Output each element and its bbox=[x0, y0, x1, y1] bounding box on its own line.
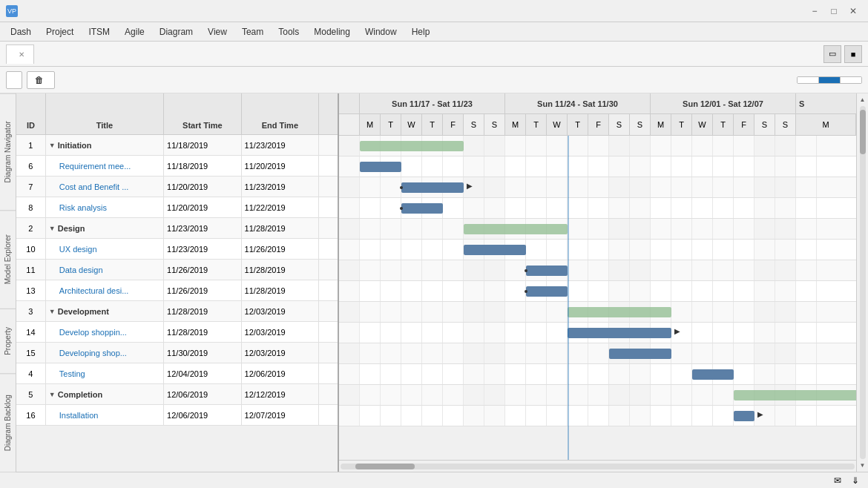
scroll-up-arrow[interactable]: ▲ bbox=[858, 95, 867, 105]
table-row[interactable]: 15Developing shop...11/30/201912/03/2019 bbox=[16, 343, 338, 363]
cell-id: 1 bbox=[16, 135, 46, 155]
gantt-bar[interactable]: ▶ bbox=[734, 411, 754, 421]
cell-title: Develop shoppin... bbox=[46, 322, 164, 342]
gantt-bar[interactable]: ▶ bbox=[401, 182, 464, 193]
month-view-button[interactable] bbox=[841, 77, 861, 83]
table-row[interactable]: 8Risk analysis11/20/201911/22/2019 bbox=[16, 197, 338, 218]
model-explorer-panel[interactable]: Model Explorer bbox=[0, 210, 16, 309]
day-row: M T W T F S S M T W T F S S M bbox=[339, 114, 856, 135]
tab-close-icon[interactable]: ✕ bbox=[19, 50, 24, 59]
cell-start: 11/18/2019 bbox=[164, 156, 242, 176]
menu-item-modeling[interactable]: Modeling bbox=[306, 24, 358, 39]
week-view-button[interactable] bbox=[819, 77, 841, 83]
gantt-bar[interactable] bbox=[526, 286, 568, 297]
week-4-label: S bbox=[796, 93, 856, 113]
v-scroll-thumb[interactable] bbox=[860, 110, 866, 154]
cell-end: 11/22/2019 bbox=[242, 197, 320, 217]
cell-title: ▼Design bbox=[46, 218, 164, 238]
menu-item-project[interactable]: Project bbox=[39, 24, 81, 39]
navigator-icon[interactable]: ▭ bbox=[823, 45, 841, 63]
gantt-bar[interactable] bbox=[401, 203, 443, 214]
table-row[interactable]: 3▼Development11/28/201912/03/2019 bbox=[16, 301, 338, 322]
add-task-button[interactable] bbox=[6, 71, 22, 89]
diagram-navigator-panel[interactable]: Diagram Navigator bbox=[0, 93, 16, 210]
menu-item-itsm[interactable]: ITSM bbox=[81, 24, 117, 39]
h-scrollbar[interactable] bbox=[339, 460, 856, 472]
menu-item-window[interactable]: Window bbox=[358, 24, 404, 39]
cell-id: 5 bbox=[16, 384, 46, 404]
week-3-label: Sun 12/01 - Sat 12/07 bbox=[651, 93, 796, 113]
cell-end: 11/28/2019 bbox=[242, 280, 320, 300]
table-row[interactable]: 11Data design11/26/201911/28/2019 bbox=[16, 260, 338, 280]
cell-id: 2 bbox=[16, 218, 46, 238]
email-icon[interactable]: ✉ bbox=[831, 474, 844, 487]
toolbar-left: 🗑 bbox=[6, 71, 55, 89]
table-row[interactable]: 5▼Completion12/06/201912/12/2019 bbox=[16, 384, 338, 405]
export-icon[interactable]: ⇓ bbox=[849, 474, 862, 487]
cell-id: 16 bbox=[16, 405, 46, 425]
diagram-backlog-panel[interactable]: Diagram Backlog bbox=[0, 373, 16, 472]
gantt-bar[interactable] bbox=[464, 245, 526, 255]
tab-bar: ✕ ▭ ■ bbox=[0, 42, 868, 67]
cell-title: Architectural desi... bbox=[46, 280, 164, 300]
menu-item-view[interactable]: View bbox=[200, 24, 234, 39]
v-scrollbar[interactable]: ▲ ▼ bbox=[856, 93, 868, 472]
gantt-bar[interactable] bbox=[526, 266, 568, 276]
close-button[interactable]: ✕ bbox=[844, 4, 862, 19]
v-scroll-track bbox=[860, 106, 866, 459]
menu-item-agile[interactable]: Agile bbox=[117, 24, 152, 39]
table-row[interactable]: 13Architectural desi...11/26/201911/28/2… bbox=[16, 280, 338, 301]
maximize-button[interactable]: □ bbox=[825, 4, 843, 19]
gantt-row bbox=[339, 219, 856, 240]
cell-id: 7 bbox=[16, 177, 46, 197]
menu-item-diagram[interactable]: Diagram bbox=[152, 24, 200, 39]
menu-item-help[interactable]: Help bbox=[404, 24, 438, 39]
gantt-row: ▶ bbox=[339, 406, 856, 426]
cell-id: 4 bbox=[16, 363, 46, 383]
h-scroll-track bbox=[341, 464, 855, 469]
day-th1: T bbox=[422, 114, 443, 135]
menu-item-tools[interactable]: Tools bbox=[271, 24, 306, 39]
table-row[interactable]: 10UX design11/23/201911/26/2019 bbox=[16, 239, 338, 260]
gantt-bar[interactable]: ▶ bbox=[568, 328, 671, 338]
day-t1: T bbox=[381, 114, 401, 135]
day-w3: W bbox=[692, 114, 713, 135]
cell-end: 11/23/2019 bbox=[242, 135, 320, 155]
scroll-down-arrow[interactable]: ▼ bbox=[858, 461, 867, 470]
table-row[interactable]: 16Installation12/06/201912/07/2019 bbox=[16, 405, 338, 426]
remove-task-button[interactable]: 🗑 bbox=[27, 71, 55, 89]
menu-item-team[interactable]: Team bbox=[234, 24, 271, 39]
tab-icons: ▭ ■ bbox=[823, 45, 862, 63]
cell-id: 14 bbox=[16, 322, 46, 342]
layout-icon[interactable]: ■ bbox=[844, 45, 862, 63]
table-row[interactable]: 6Requirement mee...11/18/201911/20/2019 bbox=[16, 156, 338, 177]
day-m1: M bbox=[360, 114, 381, 135]
gantt-bar[interactable] bbox=[464, 224, 568, 234]
week-2-label: Sun 11/24 - Sat 11/30 bbox=[505, 93, 651, 113]
cell-id: 15 bbox=[16, 343, 46, 363]
table-row[interactable]: 4Testing12/04/201912/06/2019 bbox=[16, 363, 338, 384]
day-view-button[interactable] bbox=[798, 77, 819, 83]
minimize-button[interactable]: − bbox=[806, 4, 823, 19]
trash-icon: 🗑 bbox=[35, 75, 44, 85]
menu-item-dash[interactable]: Dash bbox=[3, 24, 39, 39]
cell-start: 12/06/2019 bbox=[164, 405, 242, 425]
gantt-bar[interactable] bbox=[360, 162, 401, 172]
table-row[interactable]: 7Cost and Benefit ...11/20/201911/23/201… bbox=[16, 177, 338, 197]
table-row[interactable]: 14Develop shoppin...11/28/201912/03/2019 bbox=[16, 322, 338, 343]
table-row[interactable]: 1▼Initiation11/18/201911/23/2019 bbox=[16, 135, 338, 156]
gantt-bar[interactable] bbox=[692, 369, 734, 380]
week-row: Sun 11/17 - Sat 11/23 Sun 11/24 - Sat 11… bbox=[339, 93, 856, 114]
day-th2: T bbox=[568, 114, 588, 135]
day-su3: S bbox=[775, 114, 796, 135]
gantt-bar[interactable] bbox=[609, 349, 671, 359]
gantt-bar[interactable] bbox=[360, 141, 464, 151]
day-w2: W bbox=[547, 114, 568, 135]
property-panel[interactable]: Property bbox=[0, 309, 16, 373]
gantt-bar[interactable] bbox=[568, 307, 671, 317]
gantt-bar[interactable] bbox=[734, 390, 856, 400]
table-row[interactable]: 2▼Design11/23/201911/28/2019 bbox=[16, 218, 338, 239]
software-development-tab[interactable]: ✕ bbox=[6, 44, 34, 64]
gantt-row bbox=[339, 302, 856, 323]
h-scroll-thumb[interactable] bbox=[355, 464, 415, 469]
